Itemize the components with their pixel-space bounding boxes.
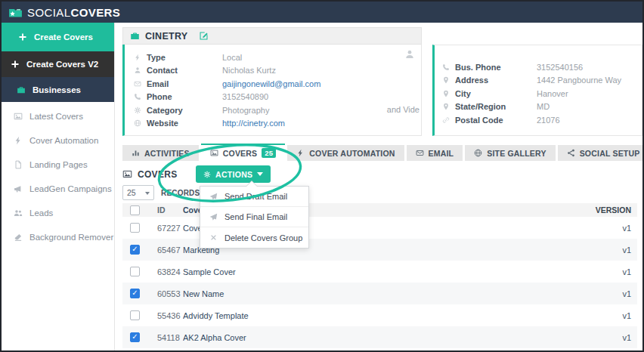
sidebar-item-businesses[interactable]: Businesses [2,77,114,102]
tab-bar: ACTIVITIES COVERS 25 COVER AUTOMATION EM… [122,144,637,161]
table-row: 60553 New Name v1 [122,283,637,304]
briefcase-icon [130,31,140,41]
gear-icon [134,107,141,114]
field-category: Category Photography [134,103,415,117]
users-icon [14,208,23,218]
business-title-bar: CINETRY [122,27,422,45]
bolt-icon [296,149,305,157]
row-checkbox[interactable] [130,223,140,233]
globe-icon [134,119,141,127]
tab-site-gallery[interactable]: SITE GALLERY [465,145,555,161]
covers-section-title: COVERS [122,169,196,180]
actions-button[interactable]: ACTIONS [196,165,271,183]
business-info-panel: CINETRY Type Local Contact [122,27,422,136]
menu-item-send-draft-email[interactable]: Send Draft Email [200,187,308,207]
paper-plane-icon [209,213,218,221]
file-icon [14,160,23,169]
records-per-page-select[interactable]: 25 [122,185,154,200]
row-checkbox[interactable] [130,332,140,342]
plus-icon [18,32,27,42]
plus-icon [11,60,20,69]
folder-star-icon [8,7,23,18]
business-name: CINETRY [145,31,188,42]
table-row: 54118 AK2 Alpha Cover v1 [122,326,637,348]
share-icon [567,149,575,157]
business-header: CINETRY Type Local Contact [122,27,637,136]
cover-name-link[interactable]: AK2 Alpha Cover [183,333,578,342]
phone-icon [442,63,450,71]
field-state-region: State/Region MD [442,100,636,114]
sidebar-item-label: Landing Pages [29,160,88,169]
chart-bar-icon [132,149,140,157]
field-phone: Phone 3152540890 [134,91,415,104]
tab-email[interactable]: EMAIL [407,145,463,161]
caret-down-icon [145,192,150,197]
field-website: Website http://cinetry.com [134,117,415,131]
sidebar-item-label: Create Covers V2 [26,60,98,69]
category-extra-text: and Vide [387,103,420,117]
globe-icon [474,149,482,157]
sidebar-item-label: Businesses [33,85,81,94]
row-checkbox[interactable] [130,310,140,320]
sidebar-item-leads[interactable]: Leads [2,201,114,225]
sidebar-item-leadgen-campaigns[interactable]: LeadGen Campaigns [2,177,114,201]
caret-down-icon [257,172,263,179]
table-row: 63824 Sample Cover v1 [122,261,637,283]
cover-name-link[interactable]: Adviddy Template [183,311,578,320]
sidebar: Create Covers Create Covers V2 Businesse… [2,23,115,350]
top-bar: SOCIALCOVERS [2,2,642,23]
phone-icon [134,93,141,100]
map-pin-icon [442,76,450,84]
main-content: CINETRY Type Local Contact [115,23,642,350]
sidebar-item-landing-pages[interactable]: Landing Pages [2,153,114,177]
tab-social-setup[interactable]: SOCIAL SETUP [558,145,644,161]
sidebar-item-label: LeadGen Campaigns [29,184,112,193]
edit-icon[interactable] [199,31,209,41]
map-pin-icon [442,103,450,110]
tab-covers[interactable]: COVERS 25 [201,144,286,161]
sidebar-item-latest-covers[interactable]: Latest Covers [2,104,114,128]
map-pin-icon [442,90,450,97]
bolt-icon [134,54,141,61]
image-icon [122,169,132,179]
gear-icon [203,171,211,178]
tab-cover-automation[interactable]: COVER AUTOMATION [287,145,404,161]
app-window: SOCIALCOVERS Create Covers Create Covers… [0,0,644,352]
sidebar-item-create-covers-v2[interactable]: Create Covers V2 [2,51,114,77]
email-link[interactable]: gaijingonewild@gmail.com [222,79,320,88]
website-link[interactable]: http://cinetry.com [222,119,285,128]
mail-icon [416,149,424,157]
field-city: City Hanover [442,87,636,100]
menu-item-send-final-email[interactable]: Send Final Email [200,207,308,227]
person-icon [404,49,415,60]
field-bus-phone: Bus. Phone 3152540156 [442,60,636,74]
business-details-left: Type Local Contact Nicholas Kurtz Email … [122,45,422,136]
sidebar-item-background-remover[interactable]: Background Remover [2,225,114,249]
briefcase-icon [17,85,26,94]
tab-activities[interactable]: ACTIVITIES [122,145,199,161]
bolt-icon [14,136,23,145]
cover-name-link[interactable]: Sample Cover [183,267,578,276]
image-icon [14,112,23,121]
select-all-checkbox[interactable] [130,205,140,215]
megaphone-icon [14,184,23,193]
row-checkbox[interactable] [130,267,140,276]
sidebar-item-label: Cover Automation [29,136,98,145]
field-postal-code: Postal Code 21076 [442,113,636,127]
row-checkbox[interactable] [130,289,140,298]
sidebar-item-create-covers[interactable]: Create Covers [2,23,114,51]
person-icon [134,66,141,74]
covers-count-badge: 25 [262,148,276,159]
sidebar-item-cover-automation[interactable]: Cover Automation [2,128,114,153]
row-checkbox[interactable] [130,245,140,255]
sidebar-item-label: Background Remover [29,233,113,242]
cover-name-link[interactable]: New Name [183,289,578,298]
field-contact: Contact Nicholas Kurtz [134,64,415,78]
eraser-icon [14,233,23,242]
menu-item-delete-covers-group[interactable]: Delete Covers Group [200,227,308,248]
paper-plane-icon [209,193,218,201]
brand-logo[interactable]: SOCIALCOVERS [8,6,120,19]
sidebar-item-label: Create Covers [34,32,93,42]
covers-section-header: COVERS ACTIONS [122,165,637,183]
image-icon [210,149,218,157]
